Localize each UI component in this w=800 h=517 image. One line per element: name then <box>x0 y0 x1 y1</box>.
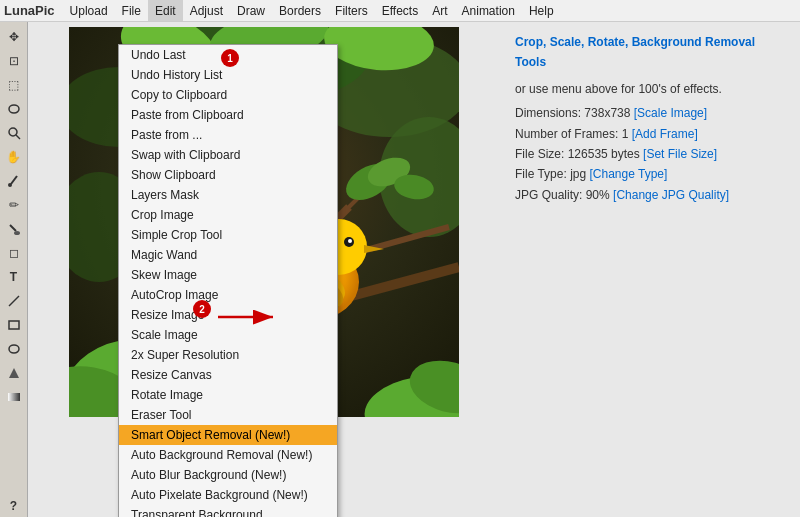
tool-crop[interactable]: ⊡ <box>3 50 25 72</box>
svg-line-2 <box>16 135 20 139</box>
svg-line-5 <box>10 225 16 231</box>
menu-undo-history[interactable]: Undo History List <box>119 65 337 85</box>
menu-super-resolution[interactable]: 2x Super Resolution <box>119 345 337 365</box>
tool-question[interactable]: ? <box>3 495 25 517</box>
menu-transparent-bg[interactable]: Transparent Background <box>119 505 337 517</box>
menu-copy-clipboard[interactable]: Copy to Clipboard <box>119 85 337 105</box>
menu-upload[interactable]: Upload <box>63 0 115 21</box>
tool-brush[interactable] <box>3 218 25 240</box>
frames-info: Number of Frames: 1 [Add Frame] <box>515 124 785 144</box>
menu-bar: Upload File Edit Adjust Draw Borders Fil… <box>63 0 561 21</box>
svg-point-9 <box>9 345 19 353</box>
menu-smart-removal[interactable]: Smart Object Removal (New!) <box>119 425 337 445</box>
svg-point-1 <box>9 128 17 136</box>
tool-pencil[interactable]: ✏ <box>3 194 25 216</box>
tools-title[interactable]: Crop, Scale, Rotate, Background Removal … <box>515 35 755 69</box>
menu-filters[interactable]: Filters <box>328 0 375 21</box>
info-panel: Crop, Scale, Rotate, Background Removal … <box>500 22 800 517</box>
menu-resize-canvas[interactable]: Resize Canvas <box>119 365 337 385</box>
tool-ellipse[interactable] <box>3 338 25 360</box>
menu-auto-pixelate-bg[interactable]: Auto Pixelate Background (New!) <box>119 485 337 505</box>
add-frame-link[interactable]: [Add Frame] <box>632 127 698 141</box>
svg-rect-11 <box>8 393 20 401</box>
main-layout: ✥ ⊡ ⬚ ✋ ✏ ◻ T ? <box>0 22 800 517</box>
menu-animation[interactable]: Animation <box>455 0 522 21</box>
menu-magic-wand[interactable]: Magic Wand <box>119 245 337 265</box>
svg-point-0 <box>9 105 19 113</box>
svg-line-7 <box>9 296 19 306</box>
menu-simple-crop[interactable]: Simple Crop Tool <box>119 225 337 245</box>
change-type-link[interactable]: [Change Type] <box>590 167 668 181</box>
svg-marker-10 <box>9 368 19 378</box>
tool-move[interactable]: ✥ <box>3 26 25 48</box>
annotation-arrow <box>213 302 283 332</box>
menu-borders[interactable]: Borders <box>272 0 328 21</box>
menu-art[interactable]: Art <box>425 0 454 21</box>
filesize-info: File Size: 126535 bytes [Set File Size] <box>515 144 785 164</box>
toolbar: ✥ ⊡ ⬚ ✋ ✏ ◻ T ? <box>0 22 28 517</box>
top-bar: LunaPic Upload File Edit Adjust Draw Bor… <box>0 0 800 22</box>
content-area: Crop, Scale, Rotate, Background Removal … <box>28 22 800 517</box>
menu-help[interactable]: Help <box>522 0 561 21</box>
tool-text[interactable]: T <box>3 266 25 288</box>
menu-adjust[interactable]: Adjust <box>183 0 230 21</box>
menu-paste-clipboard[interactable]: Paste from Clipboard <box>119 105 337 125</box>
tool-rect[interactable] <box>3 314 25 336</box>
menu-swap-clipboard[interactable]: Swap with Clipboard <box>119 145 337 165</box>
tool-eyedropper[interactable] <box>3 170 25 192</box>
menu-auto-blur-bg[interactable]: Auto Blur Background (New!) <box>119 465 337 485</box>
quality-info: JPG Quality: 90% [Change JPG Quality] <box>515 185 785 205</box>
scale-image-link[interactable]: [Scale Image] <box>634 106 707 120</box>
annotation-2: 2 <box>193 300 211 318</box>
menu-rotate-image[interactable]: Rotate Image <box>119 385 337 405</box>
menu-paste-from[interactable]: Paste from ... <box>119 125 337 145</box>
menu-effects[interactable]: Effects <box>375 0 425 21</box>
menu-crop-image[interactable]: Crop Image <box>119 205 337 225</box>
tool-zoom[interactable] <box>3 122 25 144</box>
tool-hand[interactable]: ✋ <box>3 146 25 168</box>
set-filesize-link[interactable]: [Set File Size] <box>643 147 717 161</box>
svg-point-33 <box>348 239 352 243</box>
svg-line-3 <box>11 176 17 184</box>
menu-eraser-tool[interactable]: Eraser Tool <box>119 405 337 425</box>
menu-file[interactable]: File <box>115 0 148 21</box>
annotation-1: 1 <box>221 49 239 67</box>
menu-auto-bg-removal[interactable]: Auto Background Removal (New!) <box>119 445 337 465</box>
tool-eraser[interactable]: ◻ <box>3 242 25 264</box>
tool-select[interactable]: ⬚ <box>3 74 25 96</box>
svg-point-4 <box>8 183 12 187</box>
change-quality-link[interactable]: [Change JPG Quality] <box>613 188 729 202</box>
tools-subtitle: or use menu above for 100's of effects. <box>515 79 785 99</box>
tool-fill[interactable] <box>3 362 25 384</box>
tool-gradient[interactable] <box>3 386 25 408</box>
tool-line[interactable] <box>3 290 25 312</box>
dimensions-info: Dimensions: 738x738 [Scale Image] <box>515 103 785 123</box>
edit-dropdown: Undo Last Undo History List Copy to Clip… <box>118 44 338 517</box>
menu-skew-image[interactable]: Skew Image <box>119 265 337 285</box>
menu-layers-mask[interactable]: Layers Mask <box>119 185 337 205</box>
svg-point-6 <box>14 231 20 235</box>
svg-rect-8 <box>9 321 19 329</box>
menu-draw[interactable]: Draw <box>230 0 272 21</box>
filetype-info: File Type: jpg [Change Type] <box>515 164 785 184</box>
menu-edit[interactable]: Edit <box>148 0 183 21</box>
menu-show-clipboard[interactable]: Show Clipboard <box>119 165 337 185</box>
tool-lasso[interactable] <box>3 98 25 120</box>
app-logo: LunaPic <box>4 3 55 18</box>
